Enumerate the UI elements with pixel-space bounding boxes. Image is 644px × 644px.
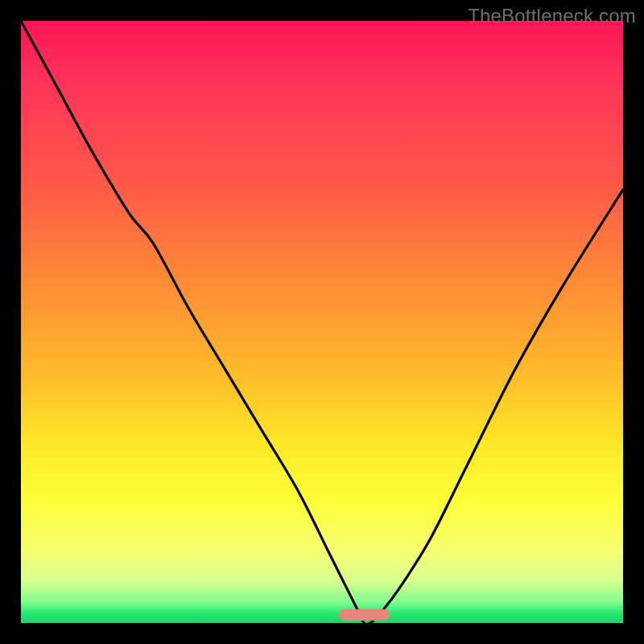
curve-path <box>21 21 623 623</box>
chart-frame: TheBottleneck.com <box>0 0 644 644</box>
watermark-text: TheBottleneck.com <box>468 5 636 27</box>
bottleneck-marker <box>339 609 390 621</box>
bottleneck-curve <box>21 21 623 623</box>
plot-area <box>21 21 623 623</box>
